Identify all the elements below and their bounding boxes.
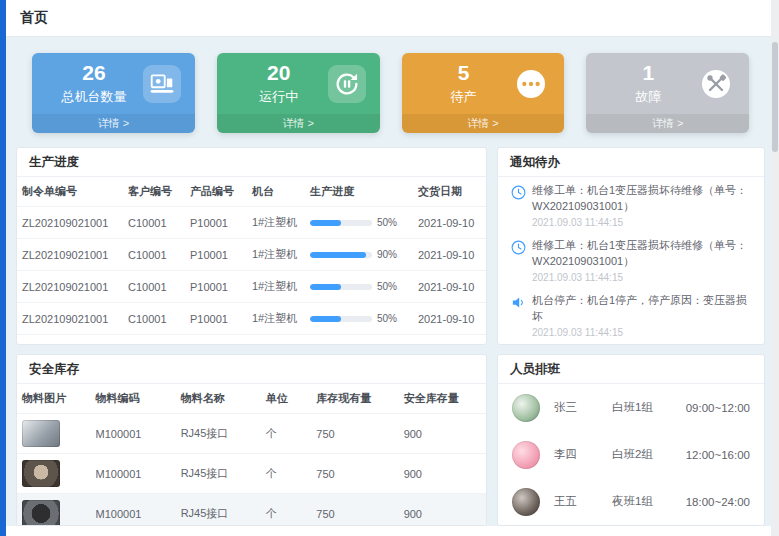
notice-item[interactable]: 计划暂停：机台1生产计划已暂停 2021.09.03 11:44:15	[498, 342, 764, 345]
notice-time: 2021.09.03 11:44:15	[532, 327, 752, 338]
inventory-table: 物料图片 物料编码 物料名称 单位 库存现有量 安全库存量 M100001 RJ…	[17, 384, 486, 526]
stat-value: 26	[46, 61, 142, 85]
stat-cards: 26 总机台数量 详情 > 20 运行中	[32, 53, 749, 133]
progress-bar	[310, 220, 372, 226]
staff-row[interactable]: 王五 夜班1组 18:00~24:00	[498, 478, 764, 525]
notices-panel: 通知待办 维修工单：机台1变压器损坏待维修（单号：WX202109031001）…	[497, 147, 765, 345]
column-header: 交货日期	[413, 177, 487, 207]
notice-text: 机台停产：机台1停产，停产原因：变压器损坏	[532, 293, 752, 325]
panel-title: 生产进度	[17, 148, 486, 177]
stat-value: 1	[600, 61, 696, 85]
speaker-icon	[510, 293, 532, 338]
material-image	[22, 500, 60, 526]
table-row[interactable]: ZL202109021001 C10001 P10001 1#注塑机 90% 2…	[17, 239, 487, 271]
staff-time: 18:00~24:00	[686, 496, 750, 508]
staff-shift: 夜班1组	[612, 494, 684, 509]
progress-label: 50%	[377, 281, 397, 292]
table-row[interactable]: ZL202109021001 C10001 P10001 1#注塑机 50% 2…	[17, 271, 487, 303]
column-header: 物料编码	[91, 384, 176, 414]
staff-shift: 白班2组	[612, 447, 684, 462]
avatar	[512, 394, 540, 422]
notice-text: 维修工单：机台1变压器损坏待维修（单号：WX202109031001）	[532, 238, 752, 270]
ellipsis-icon	[512, 65, 550, 103]
staff-schedule-panel: 人员排班 张三 白班1组 09:00~12:00 李四 白班2组 12:00~1…	[497, 354, 765, 526]
staff-row[interactable]: 李四 白班2组 12:00~16:00	[498, 431, 764, 478]
panel-title: 通知待办	[498, 148, 764, 177]
column-header: 库存现有量	[311, 384, 398, 414]
production-table: 制令单编号 客户编号 产品编号 机台 生产进度 交货日期 ZL202109021…	[17, 177, 487, 345]
table-row[interactable]: ZL202109021001 C10001 P10001 1#注塑机 50% 2…	[17, 335, 487, 346]
card-detail-link[interactable]: 详情 >	[402, 114, 565, 133]
column-header: 客户编号	[123, 177, 185, 207]
progress-fill	[310, 252, 366, 258]
table-row[interactable]: M100001 RJ45接口 个 750 900	[17, 494, 486, 527]
staff-time: 09:00~12:00	[686, 402, 750, 414]
card-detail-link[interactable]: 详情 >	[217, 114, 380, 133]
staff-name: 李四	[554, 447, 612, 462]
stat-card-total-machines: 26 总机台数量 详情 >	[32, 53, 195, 133]
notice-item[interactable]: 机台停产：机台1停产，停产原因：变压器损坏 2021.09.03 11:44:1…	[498, 287, 764, 342]
card-detail-link[interactable]: 详情 >	[586, 114, 749, 133]
tools-icon	[697, 65, 735, 103]
progress-label: 90%	[377, 249, 397, 260]
staff-shift: 白班1组	[612, 400, 684, 415]
panel-title: 人员排班	[498, 355, 764, 384]
notice-item[interactable]: 维修工单：机台1变压器损坏待维修（单号：WX202109031001） 2021…	[498, 177, 764, 232]
window-edge-strip	[0, 0, 6, 536]
table-row[interactable]: M100001 RJ45接口 个 750 900	[17, 414, 486, 454]
column-header: 制令单编号	[17, 177, 123, 207]
material-image	[22, 420, 60, 447]
page-title[interactable]: 首页	[20, 9, 48, 27]
column-header: 安全库存量	[399, 384, 486, 414]
stat-card-fault: 1 故障 详情 >	[586, 53, 749, 133]
staff-name: 张三	[554, 400, 612, 415]
card-detail-link[interactable]: 详情 >	[32, 114, 195, 133]
progress-bar	[310, 252, 372, 258]
scrollbar[interactable]	[771, 0, 779, 536]
table-row[interactable]: M100001 RJ45接口 个 750 900	[17, 454, 486, 494]
table-row[interactable]: ZL202109021001 C10001 P10001 1#注塑机 50% 2…	[17, 303, 487, 335]
safety-stock-panel: 安全库存 物料图片 物料编码 物料名称 单位 库存现有量 安全库存量	[16, 354, 487, 526]
stat-value: 5	[416, 61, 512, 85]
progress-bar	[310, 284, 372, 290]
material-image	[22, 460, 60, 487]
staff-name: 王五	[554, 494, 612, 509]
stat-label: 故障	[600, 88, 696, 106]
progress-label: 50%	[377, 313, 397, 324]
progress-bar	[310, 316, 372, 322]
staff-row[interactable]: 张三 白班1组 09:00~12:00	[498, 384, 764, 431]
staff-time: 12:00~16:00	[686, 449, 750, 461]
stat-card-waiting: 5 待产 详情 >	[402, 53, 565, 133]
stat-card-running: 20 运行中 详情 >	[217, 53, 380, 133]
avatar	[512, 441, 540, 469]
notice-time: 2021.09.03 11:44:15	[532, 272, 752, 283]
column-header: 物料名称	[176, 384, 261, 414]
progress-label: 50%	[377, 217, 397, 228]
stat-label: 运行中	[231, 88, 327, 106]
stat-label: 待产	[416, 88, 512, 106]
dashboard-content: 26 总机台数量 详情 > 20 运行中	[6, 37, 779, 526]
cycle-icon	[328, 65, 366, 103]
progress-fill	[310, 220, 341, 226]
column-header: 生产进度	[305, 177, 413, 207]
column-header: 物料图片	[17, 384, 91, 414]
notice-text: 维修工单：机台1变压器损坏待维修（单号：WX202109031001）	[532, 183, 752, 215]
production-progress-panel: 生产进度 制令单编号 客户编号 产品编号 机台 生产进度 交货日期 ZL2021	[16, 147, 487, 345]
column-header: 机台	[247, 177, 305, 207]
clock-icon	[510, 238, 532, 283]
avatar	[512, 488, 540, 516]
clock-icon	[510, 183, 532, 228]
progress-fill	[310, 316, 341, 322]
progress-fill	[310, 284, 341, 290]
notice-item[interactable]: 维修工单：机台1变压器损坏待维修（单号：WX202109031001） 2021…	[498, 232, 764, 287]
table-header-row: 制令单编号 客户编号 产品编号 机台 生产进度 交货日期	[17, 177, 487, 207]
machine-icon	[143, 65, 181, 103]
scrollbar-thumb[interactable]	[772, 42, 778, 152]
table-row[interactable]: ZL202109021001 C10001 P10001 1#注塑机 50% 2…	[17, 207, 487, 239]
stat-label: 总机台数量	[46, 88, 142, 106]
table-header-row: 物料图片 物料编码 物料名称 单位 库存现有量 安全库存量	[17, 384, 486, 414]
panel-title: 安全库存	[17, 355, 486, 384]
column-header: 单位	[261, 384, 312, 414]
top-bar: 首页	[6, 0, 779, 37]
stat-value: 20	[231, 61, 327, 85]
